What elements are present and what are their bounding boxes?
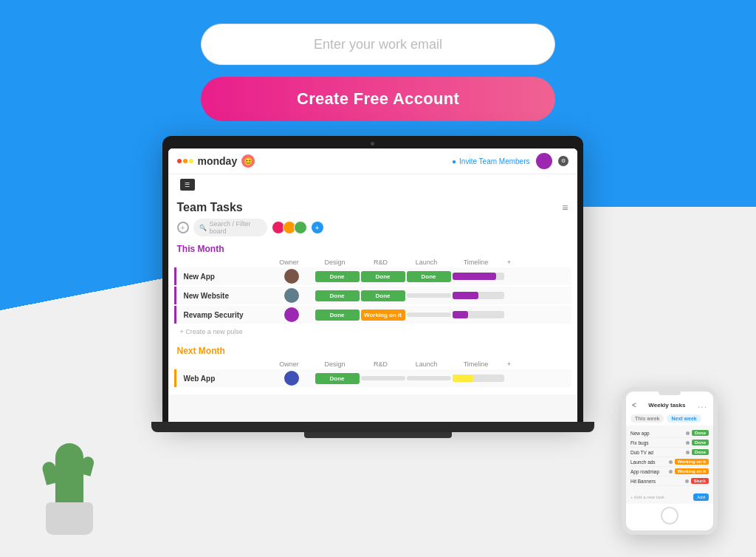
board-content: Team Tasks ≡ + 🔍 Search / Filter board [168, 195, 577, 394]
app-header: monday 😊 ● Invite Team Members ⚙ [168, 148, 577, 174]
sidebar-toggle-button[interactable]: ☰ [180, 179, 195, 191]
phone-task-name: Launch ads [630, 459, 667, 465]
phone-task-dot [669, 460, 673, 464]
logo-dot-red [177, 159, 182, 163]
timeline-fill-web-app [453, 375, 473, 382]
group-this-month-header: This Month [174, 241, 571, 257]
group-next-month-header: Next Month [174, 343, 571, 359]
owner-avatar [284, 269, 299, 284]
task-name-new-app: New App [179, 273, 268, 281]
phone-task-name: Dub TV ad [630, 450, 684, 455]
status-rd-revamp-security: Working on it [361, 310, 405, 321]
phone-add-button[interactable]: Add [693, 493, 709, 501]
email-input[interactable] [201, 24, 555, 65]
settings-icon[interactable]: ⚙ [558, 156, 568, 166]
phone-menu-button[interactable]: ... [698, 400, 707, 410]
webcam-dot [371, 142, 374, 146]
laptop-mockup: monday 😊 ● Invite Team Members ⚙ [162, 136, 594, 438]
phone-add-task-row: + Add a new task Add [626, 491, 713, 504]
phone-screen: < Weekly tasks ... This week Next week N… [626, 395, 713, 504]
list-item: App roadmap Working on it [630, 467, 709, 476]
task-name-web-app: Web App [179, 375, 268, 383]
phone-tabs: This week Next week [626, 413, 713, 426]
search-filter-box[interactable]: 🔍 Search / Filter board [193, 219, 267, 236]
timeline-fill-new-app [453, 273, 497, 280]
list-item: Hit Banners Stuck [630, 476, 709, 486]
phone-task-list: New app Done Fix bugs Done Dub TV ad Don… [626, 426, 713, 489]
status-launch-new-app: Done [407, 271, 451, 282]
monday-logo: monday 😊 [177, 154, 255, 168]
phone-task-status: Done [692, 449, 709, 455]
timeline-new-app [453, 273, 504, 280]
phone-task-status: Stuck [691, 478, 709, 484]
create-pulse-this-month[interactable]: + Create a new pulse [174, 325, 571, 338]
phone-tab-next-week[interactable]: Next week [667, 414, 701, 423]
group-this-month: This Month Owner Design R&D Launch Timel… [174, 241, 571, 338]
list-item: Launch ads Working on it [630, 457, 709, 467]
logo-dot-yellow [189, 159, 193, 163]
status-launch-web-app [407, 376, 451, 380]
phone-task-name: Fix bugs [630, 440, 684, 445]
status-design-web-app: Done [315, 373, 360, 384]
owner-avatar [284, 371, 299, 386]
status-rd-web-app [361, 376, 405, 380]
create-account-button[interactable]: Create Free Account [201, 77, 555, 121]
cactus-arm-right [79, 455, 95, 476]
team-avatar-3 [294, 221, 307, 234]
task-name-revamp-security: Revamp Security [179, 311, 268, 319]
cactus-pot [46, 502, 93, 535]
table-header-this-month: Owner Design R&D Launch Timeline + [174, 257, 571, 267]
phone-task-dot [686, 441, 690, 445]
add-people-button[interactable]: + [312, 222, 323, 233]
invite-button[interactable]: ● Invite Team Members [452, 157, 529, 165]
list-item: New app Done [630, 428, 709, 438]
group-next-month-title: Next Month [177, 346, 225, 356]
status-design-revamp-security: Done [315, 310, 360, 321]
table-row: New Website Done Done [174, 287, 571, 304]
timeline-new-website [453, 292, 504, 299]
timeline-fill-new-website [453, 292, 478, 299]
table-row: Web App Done [174, 369, 571, 387]
owner-avatar [284, 288, 299, 303]
phone-task-dot [685, 479, 689, 483]
cactus-stem [55, 443, 83, 502]
task-owner-revamp-security [269, 307, 314, 322]
add-filter-button[interactable]: + [177, 222, 189, 233]
group-next-month: Next Month Owner Design R&D Launch Timel… [174, 343, 571, 387]
phone-task-name: Hit Banners [630, 479, 683, 484]
phone-back-button[interactable]: < [632, 401, 636, 409]
board-menu-icon[interactable]: ≡ [562, 202, 568, 213]
phone-add-placeholder: + Add a new task [630, 495, 664, 499]
user-avatar[interactable] [536, 153, 552, 169]
phone-task-name: App roadmap [630, 469, 667, 474]
logo-mark [177, 159, 193, 163]
laptop-base [151, 422, 594, 432]
phone-task-dot [669, 470, 673, 474]
monday-app: monday 😊 ● Invite Team Members ⚙ [168, 148, 577, 394]
laptop-body: monday 😊 ● Invite Team Members ⚙ [162, 136, 583, 422]
status-design-new-app: Done [315, 271, 360, 282]
status-design-new-website: Done [315, 290, 360, 301]
owner-avatar [284, 307, 299, 322]
cactus-decoration [46, 443, 93, 535]
board-title-row: Team Tasks ≡ [174, 195, 571, 217]
list-item: Fix bugs Done [630, 438, 709, 448]
phone-tab-this-week[interactable]: This week [630, 414, 664, 423]
phone-app-header: < Weekly tasks ... [626, 395, 713, 413]
timeline-revamp-security [453, 311, 504, 318]
timeline-web-app [453, 375, 504, 382]
phone-task-status: Working on it [675, 468, 709, 474]
logo-dot-orange [183, 159, 188, 163]
phone-mockup: < Weekly tasks ... This week Next week N… [622, 387, 718, 535]
task-owner-new-website [269, 288, 314, 303]
laptop-stand [304, 432, 452, 438]
phone-home-button[interactable] [661, 507, 678, 524]
phone-task-status: Done [692, 440, 709, 445]
status-launch-new-website [407, 293, 451, 298]
monday-wordmark: monday [198, 155, 238, 167]
table-row: New App Done Done Done [174, 267, 571, 285]
phone-task-status: Working on it [675, 459, 709, 465]
phone-task-dot [686, 431, 690, 435]
timeline-fill-revamp-security [453, 311, 468, 318]
task-owner-new-app [269, 269, 314, 284]
